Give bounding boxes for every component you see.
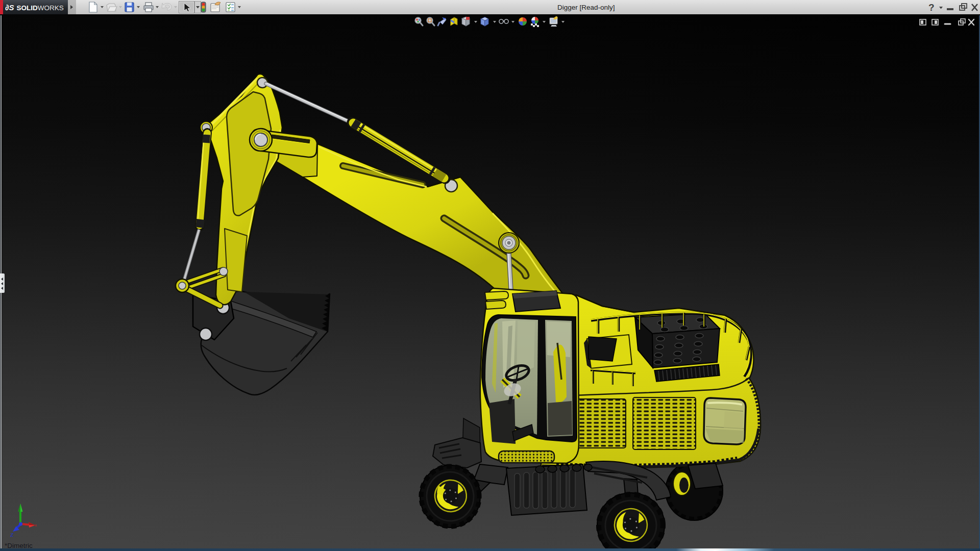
svg-text:x: x bbox=[35, 523, 37, 528]
svg-text:Z: Z bbox=[10, 532, 14, 538]
svg-text:?: ? bbox=[928, 2, 935, 13]
